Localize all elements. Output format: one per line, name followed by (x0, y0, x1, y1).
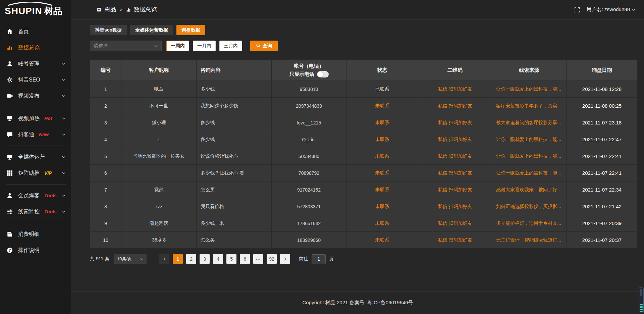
cell-qrcode[interactable]: 私信 扫码加好友 (418, 215, 492, 232)
cell-account: 178651642 (272, 215, 346, 232)
next-page-button[interactable] (280, 254, 290, 264)
sidebar-item-7[interactable]: 全媒体运营 (0, 149, 71, 165)
page-ellipsis[interactable]: ••• (253, 254, 263, 264)
inquiry-table: 编号客户昵称咨询内容帐号（电话）只显示电话状态二维码线索来源询盘日期 1哦章多少… (90, 59, 638, 249)
cell-qrcode[interactable]: 私信 扫码加好友 (418, 131, 492, 148)
sidebar-divider (6, 184, 66, 185)
sidebar-divider (6, 107, 66, 107)
sidebar-item-8[interactable]: 矩阵助推VIP (0, 165, 71, 181)
main-column: 树品 > 数据总览 用户名: zswodun88 (71, 0, 644, 314)
sidebar-item-2[interactable]: 账号管理 (0, 56, 71, 72)
cell-source[interactable]: 让你一眼就爱上的黑科技，能... (492, 165, 567, 181)
chevron-down-icon (62, 210, 66, 214)
cell-date: 2021-11-07 20:37 (567, 232, 638, 249)
chart-icon (7, 45, 13, 51)
column-header-3: 帐号（电话）只显示电话 (272, 60, 346, 81)
cell-id: 5 (90, 148, 121, 165)
tab-1[interactable]: 全媒体运营数据 (130, 25, 173, 35)
tab-2[interactable]: 询盘数据 (176, 25, 205, 35)
range-button-1[interactable]: 一月内 (193, 41, 216, 51)
fullscreen-icon[interactable] (575, 7, 580, 12)
sidebar-item-4[interactable]: 视频发布 (0, 88, 71, 104)
sidebar-item-3[interactable]: 抖音SEO (0, 72, 71, 88)
phone-only-toggle[interactable] (317, 71, 329, 77)
cell-qrcode[interactable]: 私信 扫码加好友 (418, 181, 492, 198)
chat-icon (7, 132, 13, 138)
cell-account: love__1215 (272, 114, 346, 131)
sidebar-item-badge: VIP (44, 170, 52, 176)
cell-source[interactable]: 无主灯设计，智能磁吸轨道灯... (492, 232, 567, 249)
page-button-3[interactable]: 3 (200, 254, 210, 264)
cell-qrcode[interactable]: 私信 扫码加好友 (418, 114, 492, 131)
logo-box: SHUPIN 树品 (5, 2, 62, 17)
cell-date: 2021-11-08 12:28 (567, 81, 638, 98)
page-button-4[interactable]: 4 (213, 254, 223, 264)
cell-qrcode[interactable]: 私信 扫码加好友 (418, 98, 492, 114)
minimap-widget[interactable] (639, 287, 644, 313)
app-root: SHUPIN 树品 首页数据总览账号管理抖音SEO视频发布视频加热Hot抖客通N… (0, 0, 644, 314)
cell-content: 多少钱 (197, 114, 272, 131)
chevron-down-icon (62, 171, 66, 175)
cell-source[interactable]: 被大家追着问的客厅投影分享... (492, 114, 567, 131)
cell-source[interactable]: 让你一眼就爱上的黑科技，能... (492, 148, 567, 165)
sidebar-item-12[interactable]: ?操作说明 (0, 242, 71, 258)
sidebar-item-9[interactable]: 会员爆客Tools (0, 188, 71, 204)
cell-qrcode[interactable]: 私信 扫码加好友 (418, 81, 492, 98)
cell-qrcode[interactable]: 私信 扫码加好友 (418, 165, 492, 181)
cell-nickname: 36度 8 (121, 232, 197, 249)
cell-qrcode[interactable]: 私信 扫码加好友 (418, 148, 492, 165)
sidebar-item-label: 视频发布 (18, 93, 40, 100)
search-button[interactable]: 查询 (250, 41, 278, 51)
pagination: 共 911 条 10条/页 123456•••92 前往 页 (90, 254, 638, 264)
cell-id: 4 (90, 131, 121, 148)
cell-source[interactable]: 让你一眼就爱上的黑科技，能... (492, 81, 567, 98)
breadcrumb-root[interactable]: 树品 (105, 6, 116, 13)
cell-source[interactable]: 感谢大家喜欢我家，被问了好... (492, 181, 567, 198)
chevron-down-icon (154, 44, 158, 48)
sidebar-item-label: 首页 (18, 28, 29, 35)
page-button-1[interactable]: 1 (173, 254, 183, 264)
page-button-2[interactable]: 2 (186, 254, 196, 264)
cell-date: 2021-11-07 22:34 (567, 181, 638, 198)
cell-nickname: 潮起潮落 (121, 215, 197, 232)
cell-source[interactable]: 多功能护栏灯，适用于乡村文... (492, 215, 567, 232)
member-icon (7, 193, 13, 199)
range-button-2[interactable]: 三月内 (219, 41, 242, 51)
cell-source[interactable]: 客厅安装投影半年多了，真实... (492, 98, 567, 114)
cell-nickname: 狐小狸 (121, 114, 197, 131)
tab-0[interactable]: 抖音seo数据 (90, 25, 127, 35)
page-size-select[interactable]: 10条/页 (114, 254, 147, 264)
sidebar-item-11[interactable]: 消费明细 (0, 226, 71, 242)
total-count: 共 911 条 (90, 256, 109, 262)
cell-source[interactable]: 如何正确选择投影仪，买投影... (492, 198, 567, 215)
table-row: 1036度 8怎么买183929060未联系私信 扫码加好友无主灯设计，智能磁吸… (90, 232, 638, 249)
breadcrumb-separator: > (119, 7, 123, 12)
cell-id: 9 (90, 215, 121, 232)
chevron-down-icon (62, 78, 66, 82)
cell-source[interactable]: 让你一眼就爱上的黑科技，能... (492, 131, 567, 148)
prev-page-button[interactable] (159, 254, 169, 264)
sidebar-item-5[interactable]: 视频加热Hot (0, 110, 71, 126)
cell-qrcode[interactable]: 私信 扫码加好友 (418, 198, 492, 215)
copyright-text: Copyright 树品 2021 备案号: 粤ICP备09019646号 (302, 300, 413, 306)
filter-select[interactable]: 请选择 (90, 41, 162, 51)
page-button-92[interactable]: 92 (267, 254, 277, 264)
cell-nickname: 当地比较能吃的一位美女 (121, 148, 197, 165)
sidebar-item-1[interactable]: 数据总览 (0, 40, 71, 56)
username: 用户名: zswodun88 (587, 6, 630, 13)
minimap-thumb (640, 289, 642, 296)
range-button-0[interactable]: 一周内 (166, 41, 189, 51)
sidebar-item-10[interactable]: 线索监控Tools (0, 204, 71, 220)
page-buttons: 123456•••92 (173, 254, 277, 264)
cell-qrcode[interactable]: 私信 扫码加好友 (418, 232, 492, 249)
chevron-right-icon (283, 257, 287, 261)
page-button-6[interactable]: 6 (240, 254, 250, 264)
page-button-5[interactable]: 5 (226, 254, 236, 264)
sidebar-item-6[interactable]: 抖客通New (0, 126, 71, 143)
cell-content: 说说价格让我死心 (197, 148, 272, 165)
sidebar-item-0[interactable]: 首页 (0, 23, 71, 40)
user-menu[interactable]: 用户名: zswodun88 (587, 6, 636, 13)
sidebar-divider (6, 223, 66, 223)
goto-page-input[interactable] (312, 254, 326, 264)
logo-text-cn: 树品 (44, 5, 62, 17)
